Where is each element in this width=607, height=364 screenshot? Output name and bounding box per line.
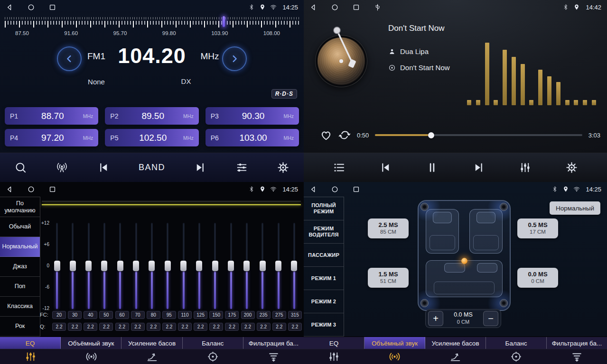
balance-icon[interactable] [182, 349, 243, 364]
preset-button-p3[interactable]: P390.30MHz [205, 107, 299, 125]
eq-preset-item[interactable]: Нормальный [0, 237, 40, 257]
tune-up-button[interactable] [222, 46, 247, 71]
surround-icon[interactable] [61, 349, 121, 364]
eq-band-slider-9[interactable] [179, 223, 188, 309]
eq-sliders-icon[interactable] [0, 349, 61, 364]
front-left-delay-button[interactable]: 2.5 MS 85 CM [368, 218, 409, 238]
eq-band-slider-5[interactable] [115, 223, 125, 309]
equalizer-icon[interactable] [519, 161, 532, 174]
preset-button-p4[interactable]: P497.20MHz [5, 129, 98, 146]
filter-icon[interactable] [243, 349, 304, 364]
sf-mode-item[interactable]: РЕЖИМ 3 [304, 313, 344, 337]
eq-tab-2[interactable]: Объёмный звук [61, 337, 121, 349]
eq-tab-3[interactable]: Усиление басов [121, 337, 182, 349]
eq-tab-4[interactable]: Баланс [183, 337, 243, 349]
frequency-ruler[interactable] [5, 17, 299, 29]
home-button[interactable] [331, 3, 339, 11]
back-button[interactable] [309, 185, 318, 193]
eq-band-slider-1[interactable] [52, 223, 62, 309]
eq-preset-item[interactable]: Рок [0, 317, 40, 337]
preset-button-p6[interactable]: P6103.00MHz [205, 129, 299, 146]
filter-icon[interactable] [546, 349, 607, 364]
eq-preset-item[interactable]: Поп [0, 277, 40, 297]
settings-gear-icon[interactable] [277, 161, 289, 174]
recents-button[interactable] [352, 185, 360, 193]
band-button[interactable]: BAND [139, 163, 165, 173]
preset-button-p2[interactable]: P289.50MHz [105, 107, 198, 125]
listening-position-dot[interactable] [461, 258, 467, 264]
recents-button[interactable] [48, 185, 56, 193]
eq-band-slider-13[interactable] [242, 223, 252, 309]
sound-profile-button[interactable]: Нормальный [550, 201, 600, 215]
seek-slider[interactable] [375, 132, 582, 138]
home-button[interactable] [27, 3, 35, 11]
eq-band-slider-10[interactable] [195, 223, 204, 309]
eq-tab-5[interactable]: Фильтрация ба... [243, 337, 304, 349]
decrease-delay-button[interactable]: − [483, 311, 498, 326]
front-right-delay-button[interactable]: 0.5 MS 17 CM [517, 218, 558, 238]
next-icon[interactable] [472, 161, 485, 174]
eq-preset-item[interactable]: По умолчанию [0, 197, 40, 217]
eq-band-slider-14[interactable] [258, 223, 267, 309]
sf-mode-item[interactable]: РЕЖИМ 1 [304, 267, 344, 290]
previous-icon[interactable] [97, 161, 110, 174]
preset-button-p1[interactable]: P188.70MHz [5, 107, 98, 125]
pause-icon[interactable] [426, 161, 439, 174]
eq-band-slider-8[interactable] [163, 223, 172, 309]
sf-mode-item[interactable]: ПОЛНЫЙ РЕЖИМ [304, 197, 344, 220]
sf-mode-item[interactable]: РЕЖИМ 2 [304, 290, 344, 313]
settings-gear-icon[interactable] [565, 161, 578, 174]
balance-icon[interactable] [486, 349, 546, 364]
increase-delay-button[interactable]: + [428, 311, 443, 326]
eq-band-slider-3[interactable] [84, 223, 93, 309]
back-button[interactable] [309, 3, 318, 11]
rear-left-delay-button[interactable]: 1.5 MS 51 CM [368, 268, 409, 288]
scan-icon[interactable] [14, 161, 27, 174]
preset-button-p5[interactable]: P5102.50MHz [105, 129, 198, 146]
surround-icon[interactable] [364, 349, 425, 364]
visualizer-bar [565, 100, 570, 105]
tune-down-button[interactable] [57, 46, 82, 71]
eq-slider-handle [212, 261, 218, 271]
tune-sliders-icon[interactable] [235, 161, 248, 174]
bass-boost-icon[interactable] [121, 349, 182, 364]
eq-band-slider-12[interactable] [226, 223, 236, 309]
eq-slider-handle [85, 261, 92, 271]
playlist-icon[interactable] [333, 161, 346, 174]
recents-button[interactable] [352, 3, 360, 11]
seek-knob[interactable] [428, 132, 434, 138]
eq-preset-item[interactable]: Обычай [0, 217, 40, 237]
sf-tab-5[interactable]: Фильтрация ба... [547, 337, 607, 349]
sf-mode-item[interactable]: ПАССАЖИР [304, 244, 344, 267]
next-icon[interactable] [194, 161, 206, 174]
sf-tab-3[interactable]: Усиление басов [425, 337, 486, 349]
fc-value: 125 [194, 311, 207, 319]
eq-band-slider-11[interactable] [210, 223, 220, 309]
eq-preset-item[interactable]: Классика [0, 297, 40, 317]
sf-tab-2[interactable]: Объёмный звук [364, 337, 425, 349]
broadcast-icon[interactable] [56, 161, 68, 174]
rear-right-delay-button[interactable]: 0.0 MS 0 CM [517, 268, 558, 288]
favorite-heart-icon[interactable] [320, 129, 332, 141]
home-button[interactable] [331, 185, 339, 193]
previous-icon[interactable] [379, 161, 392, 174]
back-button[interactable] [6, 185, 14, 193]
sf-tab-1[interactable]: EQ [304, 337, 364, 349]
eq-preset-item[interactable]: Джаз [0, 257, 40, 277]
back-button[interactable] [6, 3, 14, 11]
sf-tab-4[interactable]: Баланс [486, 337, 547, 349]
eq-band-slider-7[interactable] [147, 223, 157, 309]
eq-band-slider-6[interactable] [131, 223, 141, 309]
recents-button[interactable] [48, 3, 56, 11]
eq-band-slider-4[interactable] [100, 223, 109, 309]
home-button[interactable] [27, 185, 35, 193]
eq-sliders-icon[interactable] [304, 349, 364, 364]
eq-band-slider-15[interactable] [274, 223, 283, 309]
repeat-icon[interactable] [338, 129, 351, 141]
eq-tab-1[interactable]: EQ [0, 337, 61, 349]
eq-band-slider-16[interactable] [289, 223, 299, 309]
sf-mode-item[interactable]: РЕЖИМ ВОДИТЕЛЯ [304, 220, 344, 244]
delay-cm: 0 CM [531, 278, 544, 285]
bass-boost-icon[interactable] [425, 349, 486, 364]
eq-band-slider-2[interactable] [68, 223, 77, 309]
